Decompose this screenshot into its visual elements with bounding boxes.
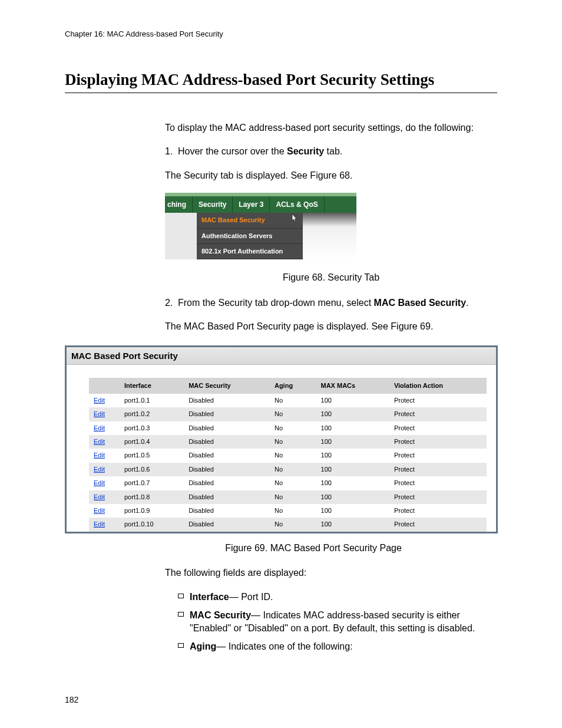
table-cell-mac-security: Disabled	[184, 407, 270, 421]
field-desc: — Port ID.	[229, 592, 273, 602]
table-row: Editport1.0.4DisabledNo100Protect	[89, 435, 487, 449]
table-cell-interface: port1.0.6	[120, 463, 184, 476]
table-cell-max-macs: 100	[316, 490, 389, 504]
step-2-bold: MAC Based Security	[374, 298, 467, 308]
table-cell-edit: Edit	[89, 518, 120, 531]
table-cell-interface: port1.0.8	[120, 490, 184, 504]
tab-switching-partial[interactable]: ching	[165, 196, 193, 213]
menu-item-authentication-servers[interactable]: Authentication Servers	[197, 229, 303, 244]
edit-link[interactable]: Edit	[94, 452, 105, 459]
table-cell-aging: No	[270, 394, 316, 407]
table-cell-mac-security: Disabled	[184, 463, 270, 476]
table-row: Editport1.0.3DisabledNo100Protect	[89, 421, 487, 435]
field-desc: — Indicates one of the following:	[216, 641, 352, 651]
table-cell-edit: Edit	[89, 463, 120, 476]
field-item: MAC Security— Indicates MAC address-base…	[178, 609, 497, 634]
menu-item-mac-based-security[interactable]: MAC Based Security	[197, 213, 303, 228]
tab-layer3[interactable]: Layer 3	[233, 196, 270, 213]
section-title: Displaying MAC Address-based Port Securi…	[65, 71, 497, 93]
field-name: Interface	[190, 592, 229, 602]
document-page: Chapter 16: MAC Address-based Port Secur…	[0, 0, 562, 728]
table-cell-interface: port1.0.5	[120, 449, 184, 462]
edit-link[interactable]: Edit	[94, 466, 105, 473]
edit-link[interactable]: Edit	[94, 410, 105, 417]
table-cell-violation-action: Protect	[389, 490, 487, 504]
edit-link[interactable]: Edit	[94, 493, 105, 500]
edit-link[interactable]: Edit	[94, 438, 105, 445]
page-number: 182	[65, 695, 78, 704]
table-cell-violation-action: Protect	[389, 394, 487, 407]
table-cell-edit: Edit	[89, 407, 120, 421]
menu-item-8021x-port-auth[interactable]: 802.1x Port Authentication	[197, 244, 303, 259]
table-cell-interface: port1.0.3	[120, 421, 184, 435]
table-cell-mac-security: Disabled	[184, 518, 270, 531]
step-1-bold: Security	[287, 146, 324, 156]
table-cell-mac-security: Disabled	[184, 504, 270, 518]
table-cell-edit: Edit	[89, 490, 120, 504]
table-cell-aging: No	[270, 518, 316, 531]
security-dropdown-menu: MAC Based Security Authentication Server…	[197, 213, 303, 259]
table-row: Editport1.0.9DisabledNo100Protect	[89, 504, 487, 518]
table-cell-aging: No	[270, 504, 316, 518]
table-cell-max-macs: 100	[316, 504, 389, 518]
table-header-edit	[89, 378, 120, 394]
edit-link[interactable]: Edit	[94, 521, 105, 528]
figure-69-panel-title: MAC Based Port Security	[67, 347, 496, 365]
table-cell-mac-security: Disabled	[184, 394, 270, 407]
field-name: MAC Security	[190, 610, 251, 620]
table-cell-mac-security: Disabled	[184, 449, 270, 462]
table-cell-aging: No	[270, 435, 316, 449]
table-cell-mac-security: Disabled	[184, 435, 270, 449]
step-1-result: The Security tab is displayed. See Figur…	[165, 169, 497, 182]
table-cell-interface: port1.0.4	[120, 435, 184, 449]
table-cell-violation-action: Protect	[389, 421, 487, 435]
table-cell-max-macs: 100	[316, 463, 389, 476]
table-cell-aging: No	[270, 490, 316, 504]
edit-link[interactable]: Edit	[94, 479, 105, 486]
table-cell-max-macs: 100	[316, 421, 389, 435]
figure-68-left-spacer	[165, 213, 197, 259]
table-cell-violation-action: Protect	[389, 463, 487, 476]
table-cell-mac-security: Disabled	[184, 476, 270, 490]
table-cell-aging: No	[270, 421, 316, 435]
table-cell-edit: Edit	[89, 476, 120, 490]
table-row: Editport1.0.7DisabledNo100Protect	[89, 476, 487, 490]
table-cell-interface: port1.0.2	[120, 407, 184, 421]
figure-68-caption: Figure 68. Security Tab	[165, 271, 497, 284]
step-1-text-post: tab.	[324, 146, 342, 156]
table-cell-max-macs: 100	[316, 476, 389, 490]
step-1-number: 1.	[165, 145, 178, 158]
table-cell-violation-action: Protect	[389, 476, 487, 490]
table-cell-interface: port1.0.9	[120, 504, 184, 518]
table-cell-violation-action: Protect	[389, 435, 487, 449]
tab-security[interactable]: Security	[193, 196, 233, 213]
table-header-aging: Aging	[270, 378, 316, 394]
table-cell-max-macs: 100	[316, 518, 389, 531]
figure-68-dropdown: MAC Based Security Authentication Server…	[165, 213, 356, 259]
table-cell-mac-security: Disabled	[184, 421, 270, 435]
mac-security-table: Interface MAC Security Aging MAX MACs Vi…	[89, 378, 487, 532]
table-cell-aging: No	[270, 449, 316, 462]
edit-link[interactable]: Edit	[94, 397, 105, 404]
tab-acls-qos[interactable]: ACLs & QoS	[270, 196, 324, 213]
step-2-text-pre: From the Security tab drop-down menu, se…	[178, 298, 374, 308]
field-item: Aging— Indicates one of the following:	[178, 640, 497, 653]
field-item: Interface— Port ID.	[178, 591, 497, 604]
figure-69-mac-based-port-security-page: MAC Based Port Security Interface MAC Se…	[65, 345, 498, 533]
table-cell-violation-action: Protect	[389, 518, 487, 531]
table-header-mac-security: MAC Security	[184, 378, 270, 394]
table-row: Editport1.0.6DisabledNo100Protect	[89, 463, 487, 476]
table-cell-max-macs: 100	[316, 449, 389, 462]
table-cell-edit: Edit	[89, 421, 120, 435]
field-list: Interface— Port ID.MAC Security— Indicat…	[165, 591, 497, 653]
edit-link[interactable]: Edit	[94, 424, 105, 431]
step-1-text-pre: Hover the cursor over the	[178, 146, 287, 156]
step-1: 1.Hover the cursor over the Security tab…	[165, 145, 497, 158]
table-row: Editport1.0.8DisabledNo100Protect	[89, 490, 487, 504]
edit-link[interactable]: Edit	[94, 507, 105, 514]
table-cell-interface: port1.0.1	[120, 394, 184, 407]
table-cell-interface: port1.0.10	[120, 518, 184, 531]
table-cell-edit: Edit	[89, 435, 120, 449]
step-2-text-post: .	[466, 298, 468, 308]
table-row: Editport1.0.10DisabledNo100Protect	[89, 518, 487, 531]
